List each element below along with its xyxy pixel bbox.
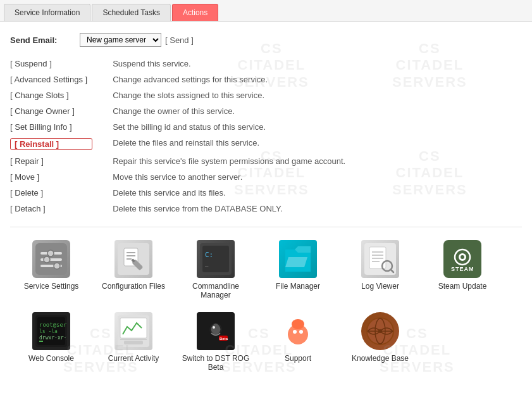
icon-label-cmd-manager: Commandline Manager <box>178 282 254 299</box>
svg-text:drwxr-xr-x: drwxr-xr-x <box>39 335 67 341</box>
icon-item-service-settings[interactable]: Service Settings <box>10 234 92 306</box>
actions-table: [ Suspend ]Suspend this service.[ Advanc… <box>10 56 522 217</box>
support-icon <box>279 312 317 350</box>
svg-point-53 <box>292 319 304 329</box>
action-link-2[interactable]: [ Change Slots ] <box>10 91 92 100</box>
svg-text:root@server:~$: root@server:~$ <box>39 322 67 328</box>
svg-rect-42 <box>39 341 43 342</box>
svg-rect-46 <box>124 341 143 344</box>
svg-text:_: _ <box>205 260 209 267</box>
action-row: [ Change Slots ]Change the slots assigne… <box>10 87 522 103</box>
action-link-4[interactable]: [ Set Billing Info ] <box>10 122 92 132</box>
dst-beta-icon: Beta <box>197 312 235 350</box>
file-manager-icon <box>279 240 317 278</box>
action-row: [ Reinstall ]Delete the files and reinst… <box>10 135 522 153</box>
icon-item-log-viewer[interactable]: Log Viewer <box>339 234 421 306</box>
icon-item-current-activity[interactable]: Current Activity <box>92 306 175 378</box>
knowledge-base-icon <box>361 312 399 350</box>
tab-bar: Service Information Scheduled Tasks Acti… <box>0 0 532 22</box>
svg-rect-25 <box>369 247 386 268</box>
action-desc-4: Set the billing id and status of this se… <box>113 119 522 135</box>
svg-point-54 <box>293 330 297 334</box>
icon-label-current-activity: Current Activity <box>108 354 159 363</box>
svg-point-9 <box>54 263 60 269</box>
icon-label-file-manager: File Manager <box>276 282 320 291</box>
icon-label-log-viewer: Log Viewer <box>361 282 399 291</box>
action-link-3[interactable]: [ Change Owner ] <box>10 106 92 116</box>
action-row: [ Detach ]Delete this service from the D… <box>10 201 522 217</box>
action-row: [ Change Owner ]Change the owner of this… <box>10 103 522 119</box>
svg-point-49 <box>213 326 215 329</box>
main-content: CSCITADELSERVERS CSCITADELSERVERS CSCITA… <box>0 22 532 384</box>
tab-scheduled-tasks[interactable]: Scheduled Tasks <box>92 4 171 21</box>
icon-item-knowledge-base[interactable]: Knowledge Base <box>339 306 421 378</box>
icon-label-support: Support <box>285 354 311 363</box>
config-files-icon <box>114 240 152 278</box>
icon-item-file-manager[interactable]: File Manager <box>257 234 339 306</box>
action-row: [ Move ]Move this service to another ser… <box>10 169 522 185</box>
action-link-6[interactable]: [ Repair ] <box>10 156 92 166</box>
icon-label-dst-beta: Switch to DST ROG Beta <box>178 354 254 372</box>
action-row: [ Set Billing Info ]Set the billing id a… <box>10 119 522 135</box>
action-link-1[interactable]: [ Advanced Settings ] <box>10 75 100 84</box>
icon-item-web-console[interactable]: root@server:~$ ls -la drwxr-xr-x Web Con… <box>10 306 92 378</box>
service-settings-icon <box>32 240 70 278</box>
action-desc-0: Suspend this service. <box>113 56 522 72</box>
svg-text:C:: C: <box>205 251 213 259</box>
svg-text:Beta: Beta <box>220 337 228 341</box>
svg-point-3 <box>47 250 54 256</box>
svg-point-60 <box>378 329 382 333</box>
tab-actions[interactable]: Actions <box>172 4 218 21</box>
svg-point-35 <box>461 255 464 259</box>
steam-icon: STEAM <box>443 240 481 278</box>
tab-service-information[interactable]: Service Information <box>4 4 90 21</box>
svg-point-6 <box>44 256 50 263</box>
action-row: [ Delete ]Delete this service and its fi… <box>10 185 522 201</box>
icon-item-steam[interactable]: STEAM Steam Update <box>421 234 504 306</box>
action-desc-5: Delete the files and reinstall this serv… <box>113 135 522 153</box>
icon-item-dst-beta[interactable]: Beta Switch to DST ROG Beta <box>175 306 257 378</box>
current-activity-icon <box>114 312 152 350</box>
send-button[interactable]: [ Send ] <box>165 35 194 45</box>
icon-label-steam: Steam Update <box>438 282 487 291</box>
svg-text:ls -la: ls -la <box>39 329 58 334</box>
action-link-9[interactable]: [ Detach ] <box>10 204 92 213</box>
cmd-manager-icon: C: _ <box>197 240 235 278</box>
log-viewer-icon <box>361 240 399 278</box>
icon-item-support[interactable]: Support <box>257 306 339 378</box>
action-row: [ Repair ]Repair this service's file sys… <box>10 153 522 169</box>
svg-text:STEAM: STEAM <box>451 266 474 272</box>
action-link-8[interactable]: [ Delete ] <box>10 188 92 198</box>
action-link-0[interactable]: [ Suspend ] <box>10 59 92 68</box>
action-link-7[interactable]: [ Move ] <box>10 172 92 182</box>
send-email-row: Send Email: New game server [ Send ] <box>10 33 522 47</box>
icon-label-service-settings: Service Settings <box>24 282 79 291</box>
icon-label-config-files: Configuration Files <box>102 282 165 291</box>
email-select[interactable]: New game server <box>80 33 161 47</box>
action-desc-2: Change the slots assigned to this servic… <box>113 87 522 103</box>
icon-label-web-console: Web Console <box>28 354 74 363</box>
action-desc-7: Move this service to another server. <box>113 169 522 185</box>
icon-label-knowledge-base: Knowledge Base <box>352 354 409 363</box>
icon-item-config-files[interactable]: Configuration Files <box>92 234 175 306</box>
action-row: [ Advanced Settings ]Change advanced set… <box>10 72 522 87</box>
svg-rect-18 <box>202 246 229 272</box>
action-desc-1: Change advanced settings for this servic… <box>113 72 522 87</box>
web-console-icon: root@server:~$ ls -la drwxr-xr-x <box>32 312 70 350</box>
icon-item-cmd-manager[interactable]: C: _ Commandline Manager <box>175 234 257 306</box>
action-desc-6: Repair this service's file system permis… <box>113 153 522 169</box>
action-desc-8: Delete this service and its files. <box>113 185 522 201</box>
icons-grid: Service Settings Configuration Files C: … <box>10 227 522 378</box>
send-email-label: Send Email: <box>10 35 73 45</box>
action-desc-9: Delete this service from the DATABASE ON… <box>113 201 522 217</box>
action-row: [ Suspend ]Suspend this service. <box>10 56 522 72</box>
svg-point-55 <box>299 330 303 334</box>
action-link-5[interactable]: [ Reinstall ] <box>10 138 92 150</box>
svg-marker-23 <box>285 257 307 267</box>
action-desc-3: Change the owner of this service. <box>113 103 522 119</box>
